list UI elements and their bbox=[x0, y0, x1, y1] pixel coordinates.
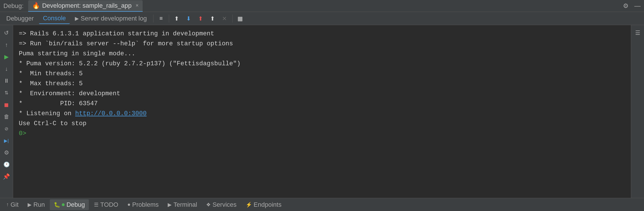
toolbar-separator-2 bbox=[169, 15, 169, 23]
pause-button[interactable]: ⏸ bbox=[1, 75, 12, 86]
console-line-3: Puma starting in single mode... bbox=[19, 49, 625, 58]
console-prompt-line: 0> bbox=[19, 129, 625, 138]
console-line-9: * Listening on http://0.0.0.0:3000 bbox=[19, 109, 625, 118]
endpoints-icon: ⚡ bbox=[246, 202, 252, 208]
console-line-5: * Min threads: 5 bbox=[19, 69, 625, 78]
services-icon: ❖ bbox=[206, 202, 211, 208]
table-button[interactable]: ▦ bbox=[235, 13, 246, 24]
resume-button[interactable]: ▶ bbox=[1, 51, 12, 62]
listening-link[interactable]: http://0.0.0.0:3000 bbox=[75, 110, 147, 117]
step-into-button[interactable]: ⬇ bbox=[183, 13, 194, 24]
settings-side-button[interactable]: ⚙ bbox=[1, 147, 12, 158]
delete-button[interactable]: 🗑 bbox=[1, 111, 12, 122]
step-out-button[interactable]: ⬆ bbox=[195, 13, 206, 24]
statusbar-run[interactable]: ▶ Run bbox=[24, 199, 49, 210]
console-line-6: * Max threads: 5 bbox=[19, 79, 625, 88]
endpoints-label: Endpoints bbox=[254, 201, 282, 208]
right-menu-button[interactable]: ☰ bbox=[632, 27, 643, 38]
console-line-7: * Environment: development bbox=[19, 89, 625, 98]
tab-debugger[interactable]: Debugger bbox=[2, 13, 38, 24]
toolbar-separator-3 bbox=[232, 15, 233, 23]
terminal-label: Terminal bbox=[173, 201, 197, 208]
console-line-10: Use Ctrl-C to stop bbox=[19, 119, 625, 128]
toolbar-separator-1 bbox=[153, 15, 153, 23]
status-bar: ↑ Git ▶ Run 🐛 Debug ☰ TODO ● Problems ▶ … bbox=[0, 198, 644, 211]
terminal-icon: ▶ bbox=[168, 202, 172, 208]
history-button[interactable]: 🕐 bbox=[1, 159, 12, 170]
tab-server-log[interactable]: ▶ Server development log bbox=[71, 13, 151, 24]
settings-button[interactable]: ⚙ bbox=[623, 2, 629, 10]
debug-active-dot bbox=[62, 203, 65, 206]
right-sidebar: ☰ bbox=[631, 25, 644, 198]
run-label: Run bbox=[33, 201, 45, 208]
slash-button[interactable]: ⊘ bbox=[1, 123, 12, 134]
tab-title: Development: sample_rails_app bbox=[42, 2, 132, 9]
up-button[interactable]: ↑ bbox=[1, 39, 12, 50]
title-tab[interactable]: 🔥 Development: sample_rails_app × bbox=[28, 0, 143, 12]
statusbar-services[interactable]: ❖ Services bbox=[202, 199, 240, 210]
problems-icon: ● bbox=[127, 202, 130, 208]
console-line-2: => Run `bin/rails server --help` for mor… bbox=[19, 39, 625, 48]
debug-label: Debug bbox=[66, 201, 85, 208]
stop-button[interactable]: ◼ bbox=[1, 99, 12, 110]
down-button[interactable]: ↓ bbox=[1, 63, 12, 74]
statusbar-debug[interactable]: 🐛 Debug bbox=[50, 199, 89, 210]
todo-label: TODO bbox=[100, 201, 118, 208]
tab-close-button[interactable]: × bbox=[136, 3, 139, 9]
statusbar-endpoints[interactable]: ⚡ Endpoints bbox=[242, 199, 286, 210]
console-line-1: => Rails 6.1.3.1 application starting in… bbox=[19, 29, 625, 38]
git-label: Git bbox=[11, 201, 19, 208]
step-over-button[interactable]: ⬆ bbox=[171, 13, 182, 24]
minimize-button[interactable]: — bbox=[634, 2, 641, 10]
main-area: ↺ ↑ ▶ ↓ ⏸ ⇅ ◼ 🗑 ⊘ ▶| ⚙ 🕐 📌 => Rails 6.1.… bbox=[0, 25, 644, 198]
console-line-4: * Puma version: 5.2.2 (ruby 2.7.2-p137) … bbox=[19, 59, 625, 68]
evaluate-button: ✕ bbox=[219, 13, 230, 24]
tab-fire-icon: 🔥 bbox=[32, 2, 40, 9]
console-output: => Rails 6.1.3.1 application starting in… bbox=[13, 25, 631, 198]
title-bar: Debug: 🔥 Development: sample_rails_app ×… bbox=[0, 0, 644, 12]
left-sidebar: ↺ ↑ ▶ ↓ ⏸ ⇅ ◼ 🗑 ⊘ ▶| ⚙ 🕐 📌 bbox=[0, 25, 13, 198]
tab-console[interactable]: Console bbox=[39, 13, 70, 24]
statusbar-terminal[interactable]: ▶ Terminal bbox=[164, 199, 201, 210]
toolbar: Debugger Console ▶ Server development lo… bbox=[0, 12, 644, 25]
console-prompt: 0> bbox=[19, 130, 26, 137]
git-icon: ↑ bbox=[6, 202, 9, 208]
pin-button[interactable]: 📌 bbox=[1, 171, 12, 182]
services-label: Services bbox=[212, 201, 236, 208]
problems-label: Problems bbox=[132, 201, 159, 208]
debug-label: Debug: bbox=[3, 2, 24, 10]
statusbar-problems[interactable]: ● Problems bbox=[123, 199, 163, 210]
run-icon: ▶ bbox=[28, 202, 32, 208]
run-cursor-button[interactable]: ⬆ bbox=[207, 13, 218, 24]
todo-icon: ☰ bbox=[94, 202, 99, 208]
toolbar-menu-button[interactable]: ≡ bbox=[156, 13, 167, 24]
console-line-8: * PID: 63547 bbox=[19, 99, 625, 108]
debug-status-icon: 🐛 bbox=[54, 202, 60, 208]
step-over-side-button[interactable]: ⇅ bbox=[1, 87, 12, 98]
statusbar-todo[interactable]: ☰ TODO bbox=[90, 199, 122, 210]
statusbar-git[interactable]: ↑ Git bbox=[2, 199, 22, 210]
server-log-play-icon: ▶ bbox=[75, 15, 79, 22]
exec-button[interactable]: ▶| bbox=[1, 135, 12, 146]
refresh-button[interactable]: ↺ bbox=[1, 27, 12, 38]
